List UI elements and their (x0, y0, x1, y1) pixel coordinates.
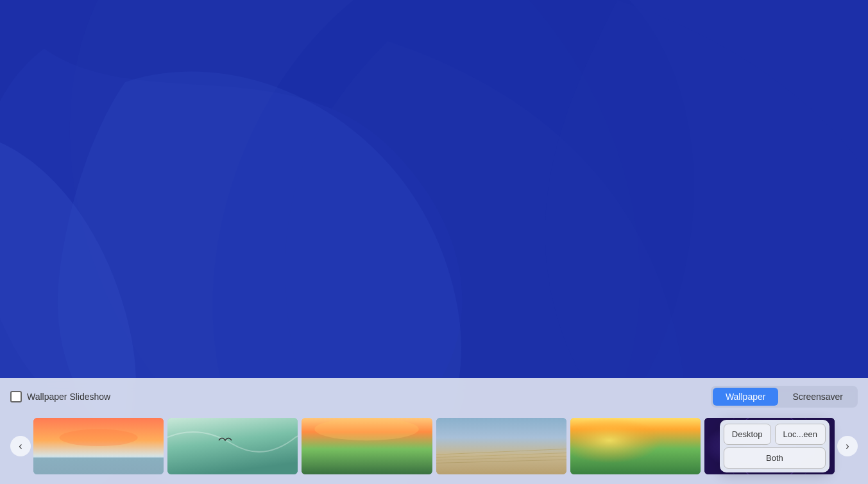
slideshow-label: Wallpaper Slideshow (27, 392, 110, 402)
svg-point-4 (60, 429, 138, 445)
svg-rect-5 (33, 457, 164, 474)
context-menu-top-row: Desktop Loc...een (724, 424, 826, 445)
slideshow-checkbox[interactable] (10, 391, 22, 402)
tab-screensaver[interactable]: Screensaver (779, 388, 856, 406)
context-menu: Desktop Loc...een Both (720, 420, 830, 472)
desktop-button[interactable]: Desktop (724, 424, 771, 445)
thumbnail-5[interactable] (570, 418, 701, 474)
panel-top-row: Wallpaper Slideshow Wallpaper Screensave… (10, 386, 858, 408)
thumbnails-container (33, 418, 835, 474)
svg-rect-15 (570, 418, 701, 474)
both-button[interactable]: Both (724, 447, 826, 469)
lockscreen-button[interactable]: Loc...een (775, 424, 826, 445)
svg-rect-9 (436, 418, 566, 474)
thumbnail-3[interactable] (302, 418, 432, 474)
thumbnail-4[interactable] (436, 418, 566, 474)
tab-wallpaper[interactable]: Wallpaper (713, 388, 779, 406)
next-icon: › (846, 440, 849, 452)
thumbnails-row: ‹ (10, 414, 858, 478)
slideshow-area[interactable]: Wallpaper Slideshow (10, 391, 110, 402)
thumbnail-1[interactable] (33, 418, 164, 474)
svg-rect-3 (33, 418, 164, 474)
thumbnail-2[interactable] (167, 418, 298, 474)
prev-nav-button[interactable]: ‹ (10, 436, 31, 456)
prev-icon: ‹ (19, 440, 22, 452)
tab-group: Wallpaper Screensaver (711, 386, 858, 408)
svg-rect-6 (167, 418, 298, 474)
bottom-panel: Wallpaper Slideshow Wallpaper Screensave… (0, 378, 868, 484)
next-nav-button[interactable]: › (837, 436, 858, 456)
svg-point-8 (315, 418, 420, 440)
